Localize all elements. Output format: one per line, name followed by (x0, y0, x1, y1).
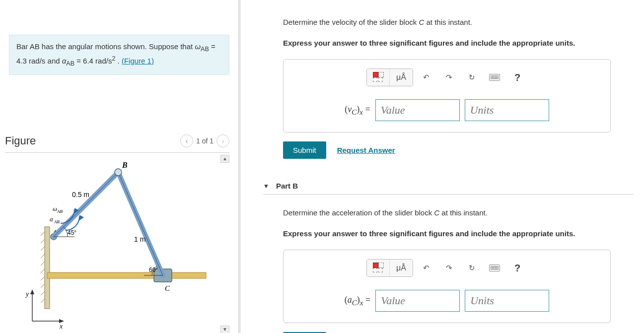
figure-counter: 1 of 1 (196, 137, 214, 145)
templates-icon (373, 263, 384, 273)
svg-marker-25 (79, 215, 84, 220)
svg-rect-15 (47, 272, 206, 278)
part-a-variable: (vC)x = (345, 104, 370, 117)
toolbar-left-group-b: μÅ (366, 259, 413, 277)
svg-line-7 (41, 247, 45, 251)
label-alpha-sub: AB (54, 219, 60, 224)
part-a-request-answer-link[interactable]: Request Answer (337, 146, 395, 154)
svg-rect-4 (45, 227, 50, 309)
period: . (118, 57, 122, 65)
omega-sub: AB (201, 46, 209, 53)
svg-point-23 (115, 169, 122, 176)
svg-line-11 (41, 276, 45, 280)
svg-line-9 (41, 262, 45, 266)
part-a-units-input[interactable] (465, 99, 549, 121)
problem-text-1: Bar AB has the angular motions shown. Su… (16, 42, 195, 51)
figure-next-button[interactable]: › (216, 134, 229, 147)
collapse-icon: ▼ (263, 183, 269, 190)
part-a-prompt-l2: Express your answer to three significant… (283, 39, 575, 47)
figure-diagram: y x C A (5, 155, 223, 329)
figure-area: ▲ ▼ y x (5, 155, 229, 333)
part-a-value-input[interactable] (375, 99, 460, 121)
label-len-ab: 0.5 m (72, 191, 89, 199)
axis-y-label: y (25, 290, 29, 298)
redo-button[interactable]: ↷ (439, 69, 459, 86)
part-b-prompt-l1: Determine the acceleration of the slider… (283, 208, 488, 217)
keyboard-icon (489, 265, 500, 271)
figure-nav: ‹ 1 of 1 › (180, 134, 229, 147)
panel-divider[interactable] (238, 0, 240, 333)
units-tool-button-b[interactable]: μÅ (390, 260, 413, 276)
label-b: B (122, 161, 128, 169)
redo-button-b[interactable]: ↷ (439, 260, 459, 276)
part-b-variable: (aC)x = (345, 295, 370, 307)
toolbar-left-group: μÅ (366, 68, 413, 86)
figure-separator (5, 152, 229, 153)
figure-link[interactable]: (Figure 1) (122, 57, 154, 65)
svg-line-5 (41, 232, 45, 236)
keyboard-icon (489, 74, 500, 81)
part-b-toolbar: μÅ ↶ ↷ ↻ ? (292, 259, 601, 277)
label-len-bc: 1 m (134, 235, 145, 243)
alpha-value: = 6.4 rad/s (74, 57, 112, 65)
figure-header: Figure ‹ 1 of 1 › (5, 134, 229, 147)
part-b-header[interactable]: ▼ Part B (263, 182, 644, 190)
part-a-submit-row: Submit Request Answer (283, 141, 644, 159)
templates-button-b[interactable] (367, 260, 390, 276)
part-a-input-row: (vC)x = (292, 99, 601, 121)
label-c: C (165, 284, 170, 292)
part-b-value-input[interactable] (375, 290, 460, 312)
part-b-answer-box: μÅ ↶ ↷ ↻ ? (aC)x = (283, 250, 611, 323)
label-alpha: α (50, 215, 54, 223)
help-button-b[interactable]: ? (507, 260, 527, 276)
svg-line-6 (41, 239, 45, 243)
and-text: and (48, 57, 62, 65)
undo-button-b[interactable]: ↶ (416, 260, 436, 276)
part-b-title: Part B (276, 182, 298, 190)
label-omega: ω (53, 205, 57, 212)
part-b-prompt-l2: Express your answer to three significant… (283, 229, 575, 238)
reset-button-b[interactable]: ↻ (462, 260, 482, 276)
svg-line-13 (41, 291, 45, 295)
part-b-units-input[interactable] (465, 290, 549, 312)
figure-scroll-down[interactable]: ▼ (220, 326, 229, 333)
figure-title: Figure (5, 134, 36, 147)
templates-icon (373, 72, 384, 83)
problem-statement: Bar AB has the angular motions shown. Su… (9, 35, 229, 75)
templates-button[interactable] (367, 69, 390, 86)
part-a-toolbar: μÅ ↶ ↷ ↻ ? (292, 68, 601, 86)
alpha-exp: 2 (112, 55, 115, 62)
svg-line-22 (118, 172, 163, 275)
units-tool-button[interactable]: μÅ (390, 69, 413, 86)
reset-button[interactable]: ↻ (462, 69, 482, 86)
part-a-submit-button[interactable]: Submit (283, 141, 326, 159)
help-button[interactable]: ? (507, 69, 527, 86)
label-angle-c: 60° (149, 266, 158, 273)
part-a-prompt-l1: Determine the velocity of the slider blo… (283, 18, 472, 26)
keyboard-button[interactable] (485, 69, 504, 86)
part-b-separator (263, 194, 634, 195)
svg-line-8 (41, 254, 45, 258)
keyboard-button-b[interactable] (485, 260, 504, 276)
alpha-sub: AB (66, 60, 74, 67)
part-b-prompt: Determine the acceleration of the slider… (283, 207, 644, 239)
undo-button[interactable]: ↶ (416, 69, 436, 86)
part-a-prompt: Determine the velocity of the slider blo… (283, 17, 644, 48)
svg-line-10 (41, 269, 45, 273)
part-a-answer-box: μÅ ↶ ↷ ↻ ? (vC)x = (283, 59, 611, 133)
svg-line-12 (41, 284, 45, 288)
svg-marker-1 (30, 289, 34, 294)
axis-x-label: x (59, 323, 63, 329)
label-omega-sub: AB (57, 209, 63, 214)
figure-prev-button[interactable]: ‹ (180, 134, 193, 147)
label-angle-a: 45° (68, 229, 76, 236)
omega-symbol: ω (195, 42, 201, 51)
right-panel: Determine the velocity of the slider blo… (243, 0, 644, 333)
part-b-input-row: (aC)x = (292, 290, 601, 312)
svg-line-20 (54, 172, 118, 237)
svg-line-14 (41, 299, 45, 303)
figure-scroll-up[interactable]: ▲ (220, 155, 229, 163)
left-panel: Bar AB has the angular motions shown. Su… (0, 0, 238, 333)
